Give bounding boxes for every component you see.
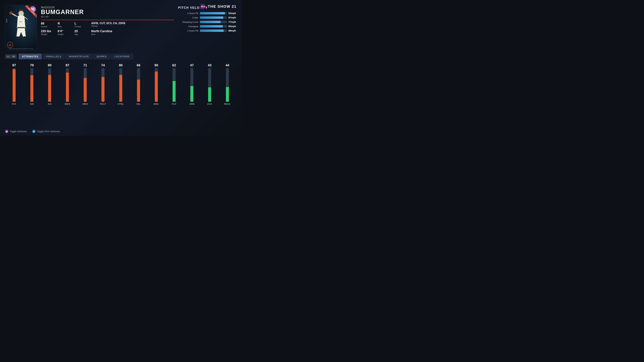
pitch-row: 4 Seam FB 93mph (178, 12, 236, 14)
attr-value: 66 (137, 63, 140, 67)
height-label: Height (58, 33, 74, 35)
attr-bar (66, 68, 69, 102)
attr-hr/9: 71 HR/9 (78, 63, 92, 105)
tab-attributes[interactable]: ATTRIBUTES (18, 54, 42, 59)
attr-label: PCLT (100, 103, 106, 105)
attr-bar (48, 68, 51, 102)
born-value: North Carolina (91, 29, 174, 33)
player-figure: SF (10, 6, 33, 39)
attr-bar (155, 68, 158, 102)
game-title: THE SHOW 21 (208, 4, 236, 9)
attr-bar (30, 68, 33, 102)
attr-bar (190, 68, 193, 102)
attr-bar (137, 68, 140, 102)
attr-bar-fill (102, 77, 104, 102)
throws-label: Throws (74, 25, 91, 28)
pitch-name: Cutter (178, 16, 198, 19)
weight-value: 235 lbs (41, 29, 58, 33)
attr-acc: 43 ACC (202, 63, 217, 105)
player-info: MADISON BUMGARNER 40 | SP 88 Overall R B… (41, 5, 174, 35)
pitch-speed: 93mph (228, 12, 236, 14)
attr-bar-fill (155, 71, 158, 102)
attr-bar (84, 68, 87, 102)
attr-value: 80 (48, 63, 52, 67)
attr-value: 44 (226, 63, 229, 67)
tabs-section: L1 R1 ATTRIBUTESPARALLELSMARKETPLACEQUIR… (5, 54, 236, 59)
attr-bar (12, 68, 16, 102)
stat-throws: L Throws (74, 22, 91, 28)
attr-bar-fill (48, 75, 51, 102)
tab-bar: ATTRIBUTESPARALLELSMARKETPLACEQUIRKSLOCA… (18, 54, 133, 59)
attr-k/9: 80 K/9 (42, 63, 57, 105)
player-card: 88 ALL STAR 2015 SF (5, 5, 37, 50)
pitch-row: Changeup 85mph (178, 25, 236, 28)
attr-brk: 90 BRK (149, 63, 164, 105)
born-label: Born (91, 33, 174, 35)
svg-point-12 (23, 36, 26, 38)
attr-label: BRK (154, 103, 159, 105)
pitches-value: 4SFB, CUT, SCV, CH, 2SFB (91, 22, 174, 25)
player-section: 88 ALL STAR 2015 SF (5, 3, 236, 50)
attr-bar-fill (137, 80, 140, 102)
attr-label: REAC (224, 103, 231, 105)
attr-ctrl: 80 CTRL (113, 63, 128, 105)
attr-label: H/9 (30, 103, 34, 105)
attr-label: ARM (189, 103, 194, 105)
attr-pclt: 74 PCLT (96, 63, 110, 105)
attr-value: 43 (208, 63, 212, 67)
footer: ◉ Toggle Attributes ◎ Toggle Pitch Attri… (5, 130, 60, 133)
stat-overall: 88 Overall (41, 22, 58, 28)
toggle-attributes-item: ◉ Toggle Attributes (5, 130, 27, 133)
pitch-row: Cutter 87mph (178, 16, 236, 19)
pitch-speed: 88mph (228, 29, 236, 32)
attr-label: VEL (136, 103, 141, 105)
pitch-bar-fill (200, 16, 223, 19)
attr-bar-fill (66, 72, 69, 102)
attr-label: HR/9 (82, 103, 88, 105)
attr-vel: 66 VEL (131, 63, 146, 105)
svg-text:SF: SF (9, 44, 12, 46)
attr-arm: 47 ARM (184, 63, 199, 105)
pitch-speed: 77mph (228, 21, 236, 23)
controller-buttons: L1 R1 (5, 54, 17, 59)
overall-label: Overall (41, 25, 58, 28)
attr-label: STA (12, 103, 16, 105)
pitch-name: Sweeping Curve (178, 21, 198, 23)
attr-label: BB/9 (65, 103, 70, 105)
attr-bar-fill (172, 81, 176, 102)
game-logo: MLB THE SHOW 21 (199, 3, 236, 10)
divider (41, 20, 174, 20)
height-value: 6'4" (58, 29, 74, 33)
age-label: Age (74, 33, 91, 35)
tab-marketplace[interactable]: MARKETPLACE (66, 54, 92, 59)
tab-parallels[interactable]: PARALLELS (42, 54, 65, 59)
attr-bar (208, 68, 211, 102)
stats-grid: 88 Overall R Bats L Throws 4SFB, CUT, SC… (41, 22, 174, 35)
attr-label: ACC (207, 103, 212, 105)
svg-text:SF: SF (20, 21, 22, 23)
attr-bar-fill (190, 86, 193, 102)
throws-value: L (74, 22, 91, 25)
pitch-bar-fill (200, 12, 225, 14)
tab-quirks[interactable]: QUIRKS (93, 54, 110, 59)
tab-locations[interactable]: LOCATIONS (111, 54, 133, 59)
weight-label: Weight (41, 33, 58, 35)
toggle-attributes-icon: ◉ (5, 130, 8, 133)
attr-value: 97 (12, 63, 16, 67)
pitch-bar (200, 16, 227, 19)
pitch-row: Sweeping Curve 77mph (178, 21, 236, 23)
attr-value: 79 (30, 63, 34, 67)
svg-text:MLB: MLB (201, 5, 205, 7)
bats-value: R (58, 22, 74, 25)
pitch-name: Changeup (178, 25, 198, 28)
attr-bar (172, 68, 176, 102)
pitch-bar (200, 29, 227, 32)
l1-button[interactable]: L1 (6, 55, 11, 58)
r1-button[interactable]: R1 (11, 55, 16, 58)
toggle-pitch-label: Toggle Pitch Attributes (37, 130, 60, 133)
attr-bar (102, 68, 104, 102)
attr-bb/9: 87 BB/9 (60, 63, 75, 105)
pitch-bar-fill (200, 21, 220, 23)
pitch-bar (200, 21, 227, 23)
toggle-attributes-label: Toggle Attributes (10, 130, 27, 133)
